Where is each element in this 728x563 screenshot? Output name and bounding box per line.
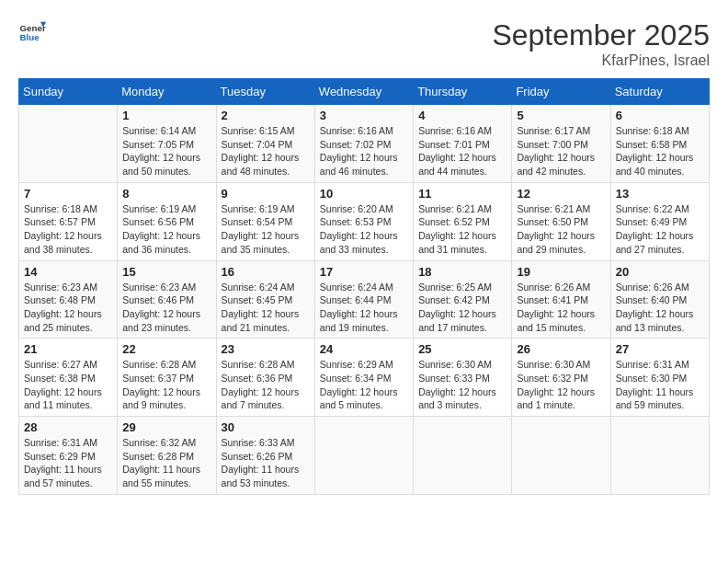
calendar-cell: [414, 417, 512, 495]
day-number: 20: [616, 265, 704, 279]
calendar-cell: 28Sunrise: 6:31 AM Sunset: 6:29 PM Dayli…: [19, 417, 118, 495]
calendar-week-row: 1Sunrise: 6:14 AM Sunset: 7:05 PM Daylig…: [19, 105, 710, 183]
title-area: September 2025 KfarPines, Israel: [492, 18, 710, 69]
calendar-cell: 12Sunrise: 6:21 AM Sunset: 6:50 PM Dayli…: [512, 182, 610, 260]
calendar-cell: [19, 105, 118, 183]
calendar-cell: 4Sunrise: 6:16 AM Sunset: 7:01 PM Daylig…: [414, 105, 512, 183]
calendar-cell: 18Sunrise: 6:25 AM Sunset: 6:42 PM Dayli…: [414, 260, 512, 339]
header-monday: Monday: [118, 79, 216, 105]
day-number: 16: [222, 265, 310, 279]
calendar-cell: 8Sunrise: 6:19 AM Sunset: 6:56 PM Daylig…: [118, 182, 216, 260]
day-info: Sunrise: 6:28 AM Sunset: 6:36 PM Dayligh…: [222, 358, 310, 412]
day-info: Sunrise: 6:22 AM Sunset: 6:49 PM Dayligh…: [616, 202, 704, 257]
calendar-cell: 22Sunrise: 6:28 AM Sunset: 6:37 PM Dayli…: [118, 339, 216, 417]
day-number: 2: [222, 109, 310, 122]
day-info: Sunrise: 6:27 AM Sunset: 6:38 PM Dayligh…: [24, 358, 112, 412]
day-number: 7: [24, 187, 112, 201]
calendar-week-row: 14Sunrise: 6:23 AM Sunset: 6:48 PM Dayli…: [19, 260, 710, 339]
day-number: 28: [24, 420, 112, 434]
day-number: 29: [122, 420, 210, 434]
header-sunday: Sunday: [19, 79, 118, 105]
day-number: 5: [517, 109, 605, 122]
header-friday: Friday: [512, 79, 610, 105]
day-number: 30: [222, 420, 310, 434]
calendar-cell: 5Sunrise: 6:17 AM Sunset: 7:00 PM Daylig…: [512, 105, 610, 183]
calendar-cell: 3Sunrise: 6:16 AM Sunset: 7:02 PM Daylig…: [314, 105, 413, 183]
day-number: 11: [418, 187, 506, 201]
day-info: Sunrise: 6:15 AM Sunset: 7:04 PM Dayligh…: [222, 124, 310, 178]
day-number: 12: [517, 187, 605, 201]
day-number: 10: [320, 187, 408, 201]
day-info: Sunrise: 6:17 AM Sunset: 7:00 PM Dayligh…: [517, 124, 605, 178]
day-info: Sunrise: 6:29 AM Sunset: 6:34 PM Dayligh…: [320, 358, 408, 412]
calendar-cell: [314, 417, 413, 495]
day-number: 27: [616, 342, 704, 356]
calendar-cell: 15Sunrise: 6:23 AM Sunset: 6:46 PM Dayli…: [118, 260, 216, 339]
day-info: Sunrise: 6:16 AM Sunset: 7:02 PM Dayligh…: [320, 124, 408, 178]
calendar-cell: 14Sunrise: 6:23 AM Sunset: 6:48 PM Dayli…: [19, 260, 118, 339]
calendar-cell: 30Sunrise: 6:33 AM Sunset: 6:26 PM Dayli…: [216, 417, 314, 495]
day-number: 1: [122, 109, 210, 122]
calendar-cell: 27Sunrise: 6:31 AM Sunset: 6:30 PM Dayli…: [610, 339, 709, 417]
day-number: 9: [222, 187, 310, 201]
day-info: Sunrise: 6:32 AM Sunset: 6:28 PM Dayligh…: [122, 436, 210, 490]
day-info: Sunrise: 6:25 AM Sunset: 6:42 PM Dayligh…: [418, 281, 506, 335]
month-title: September 2025: [492, 18, 710, 52]
day-number: 25: [418, 342, 506, 356]
day-number: 3: [320, 109, 408, 122]
calendar-cell: 2Sunrise: 6:15 AM Sunset: 7:04 PM Daylig…: [216, 105, 314, 183]
day-info: Sunrise: 6:14 AM Sunset: 7:05 PM Dayligh…: [122, 124, 210, 178]
calendar-cell: 17Sunrise: 6:24 AM Sunset: 6:44 PM Dayli…: [314, 260, 413, 339]
header-saturday: Saturday: [610, 79, 709, 105]
calendar-cell: 23Sunrise: 6:28 AM Sunset: 6:36 PM Dayli…: [216, 339, 314, 417]
day-info: Sunrise: 6:26 AM Sunset: 6:41 PM Dayligh…: [517, 281, 605, 335]
logo-icon: General Blue: [18, 18, 46, 46]
day-number: 8: [122, 187, 210, 201]
day-info: Sunrise: 6:18 AM Sunset: 6:57 PM Dayligh…: [24, 202, 112, 257]
calendar-cell: 20Sunrise: 6:26 AM Sunset: 6:40 PM Dayli…: [610, 260, 709, 339]
day-number: 26: [517, 342, 605, 356]
day-info: Sunrise: 6:31 AM Sunset: 6:29 PM Dayligh…: [24, 436, 112, 490]
day-number: 13: [616, 187, 704, 201]
calendar-cell: [610, 417, 709, 495]
calendar-cell: 19Sunrise: 6:26 AM Sunset: 6:41 PM Dayli…: [512, 260, 610, 339]
page-header: General Blue September 2025 KfarPines, I…: [18, 18, 710, 69]
calendar-cell: 6Sunrise: 6:18 AM Sunset: 6:58 PM Daylig…: [610, 105, 709, 183]
day-info: Sunrise: 6:21 AM Sunset: 6:52 PM Dayligh…: [418, 202, 506, 257]
calendar-cell: 16Sunrise: 6:24 AM Sunset: 6:45 PM Dayli…: [216, 260, 314, 339]
svg-text:Blue: Blue: [20, 32, 40, 42]
header-wednesday: Wednesday: [314, 79, 413, 105]
calendar-cell: 9Sunrise: 6:19 AM Sunset: 6:54 PM Daylig…: [216, 182, 314, 260]
day-info: Sunrise: 6:28 AM Sunset: 6:37 PM Dayligh…: [122, 358, 210, 412]
day-info: Sunrise: 6:21 AM Sunset: 6:50 PM Dayligh…: [517, 202, 605, 257]
calendar-cell: 10Sunrise: 6:20 AM Sunset: 6:53 PM Dayli…: [314, 182, 413, 260]
header-tuesday: Tuesday: [216, 79, 314, 105]
calendar-cell: 7Sunrise: 6:18 AM Sunset: 6:57 PM Daylig…: [19, 182, 118, 260]
day-info: Sunrise: 6:23 AM Sunset: 6:48 PM Dayligh…: [24, 281, 112, 335]
day-info: Sunrise: 6:31 AM Sunset: 6:30 PM Dayligh…: [616, 358, 704, 412]
header-thursday: Thursday: [414, 79, 512, 105]
day-info: Sunrise: 6:33 AM Sunset: 6:26 PM Dayligh…: [222, 436, 310, 490]
day-info: Sunrise: 6:26 AM Sunset: 6:40 PM Dayligh…: [616, 281, 704, 335]
day-number: 18: [418, 265, 506, 279]
calendar-cell: 21Sunrise: 6:27 AM Sunset: 6:38 PM Dayli…: [19, 339, 118, 417]
calendar-cell: 1Sunrise: 6:14 AM Sunset: 7:05 PM Daylig…: [118, 105, 216, 183]
day-number: 17: [320, 265, 408, 279]
day-number: 15: [122, 265, 210, 279]
day-number: 21: [24, 342, 112, 356]
calendar-cell: 29Sunrise: 6:32 AM Sunset: 6:28 PM Dayli…: [118, 417, 216, 495]
day-number: 4: [418, 109, 506, 122]
day-info: Sunrise: 6:24 AM Sunset: 6:45 PM Dayligh…: [222, 281, 310, 335]
day-info: Sunrise: 6:24 AM Sunset: 6:44 PM Dayligh…: [320, 281, 408, 335]
day-number: 22: [122, 342, 210, 356]
day-info: Sunrise: 6:16 AM Sunset: 7:01 PM Dayligh…: [418, 124, 506, 178]
calendar-cell: 11Sunrise: 6:21 AM Sunset: 6:52 PM Dayli…: [414, 182, 512, 260]
location: KfarPines, Israel: [492, 52, 710, 69]
calendar-cell: 24Sunrise: 6:29 AM Sunset: 6:34 PM Dayli…: [314, 339, 413, 417]
day-info: Sunrise: 6:20 AM Sunset: 6:53 PM Dayligh…: [320, 202, 408, 257]
calendar-cell: 13Sunrise: 6:22 AM Sunset: 6:49 PM Dayli…: [610, 182, 709, 260]
calendar-cell: [512, 417, 610, 495]
calendar-week-row: 7Sunrise: 6:18 AM Sunset: 6:57 PM Daylig…: [19, 182, 710, 260]
day-number: 6: [616, 109, 704, 122]
day-info: Sunrise: 6:23 AM Sunset: 6:46 PM Dayligh…: [122, 281, 210, 335]
